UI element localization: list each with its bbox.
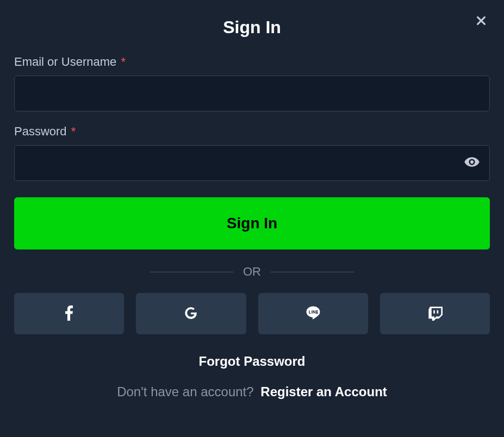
register-link[interactable]: Register an Account xyxy=(260,384,387,399)
twitch-icon xyxy=(427,305,443,322)
social-login-row xyxy=(14,293,490,334)
divider-line-right xyxy=(271,272,354,272)
password-input[interactable] xyxy=(14,145,490,181)
facebook-login-button[interactable] xyxy=(14,293,124,334)
password-input-wrapper xyxy=(14,145,490,181)
signin-modal: Sign In Email or Username * Password * S… xyxy=(0,0,504,437)
required-mark: * xyxy=(121,55,126,68)
google-icon xyxy=(183,305,198,322)
username-label-text: Email or Username xyxy=(14,55,116,68)
password-field-group: Password * xyxy=(14,124,490,181)
divider-text: OR xyxy=(243,265,261,279)
facebook-icon xyxy=(65,305,73,322)
divider: OR xyxy=(14,265,490,279)
twitch-login-button[interactable] xyxy=(380,293,490,334)
close-button[interactable] xyxy=(475,15,488,28)
toggle-password-visibility-button[interactable] xyxy=(464,154,480,172)
line-icon xyxy=(305,305,321,323)
register-row: Don't have an account? Register an Accou… xyxy=(14,384,490,399)
divider-line-left xyxy=(150,272,233,272)
username-field-group: Email or Username * xyxy=(14,55,490,111)
eye-icon xyxy=(464,154,480,172)
password-label-text: Password xyxy=(14,124,67,138)
signin-button[interactable]: Sign In xyxy=(14,197,490,249)
username-input[interactable] xyxy=(14,76,490,111)
register-prompt-text: Don't have an account? xyxy=(117,384,253,399)
modal-title: Sign In xyxy=(14,17,490,38)
forgot-password-link[interactable]: Forgot Password xyxy=(14,354,490,369)
line-login-button[interactable] xyxy=(258,293,368,334)
google-login-button[interactable] xyxy=(136,293,246,334)
close-icon xyxy=(475,15,487,29)
username-label: Email or Username * xyxy=(14,55,490,69)
required-mark: * xyxy=(71,124,76,138)
password-label: Password * xyxy=(14,124,490,139)
